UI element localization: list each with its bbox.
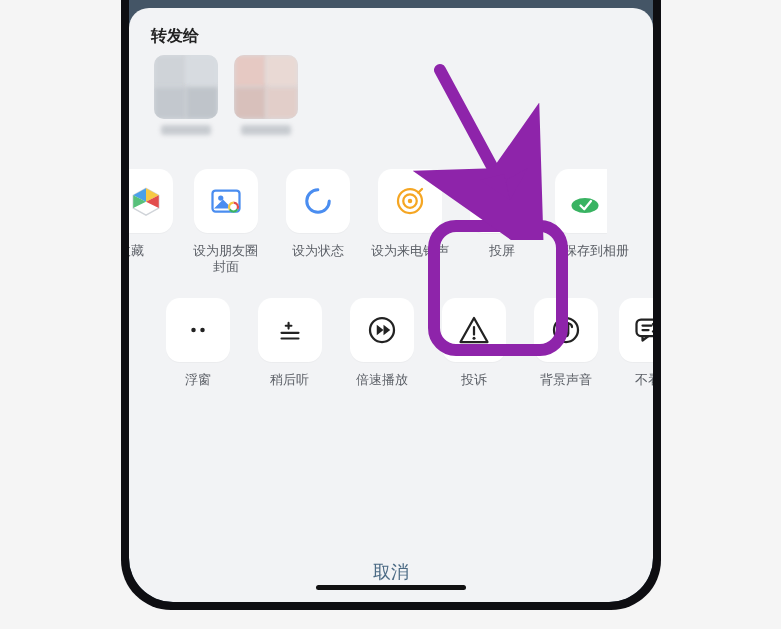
contact-item[interactable] xyxy=(231,55,301,145)
share-sheet: 转发给 xyxy=(129,8,653,602)
action-label: 背景声音 xyxy=(524,372,608,404)
status-ring-icon xyxy=(286,169,350,233)
ringtone-icon xyxy=(378,169,442,233)
svg-marker-23 xyxy=(383,324,390,335)
action-status[interactable]: 设为状态 xyxy=(279,169,357,276)
svg-point-11 xyxy=(407,199,412,204)
contact-name-redacted xyxy=(241,125,291,135)
action-label: 浮窗 xyxy=(156,372,240,404)
svg-point-8 xyxy=(306,190,329,213)
action-hide-danmu[interactable]: 不看弹幕 xyxy=(619,298,653,404)
phone-frame: 转发给 xyxy=(121,0,661,610)
action-ringtone[interactable]: 设为来电铃声 xyxy=(371,169,449,276)
action-label: 不看弹幕 xyxy=(619,372,653,404)
share-title: 转发给 xyxy=(129,26,653,55)
svg-point-14 xyxy=(571,198,598,213)
action-label: 设为来电铃声 xyxy=(368,243,452,275)
action-bg-audio[interactable]: 背景声音 xyxy=(527,298,605,404)
contact-item[interactable] xyxy=(151,55,221,145)
action-moments-cover[interactable]: 设为朋友圈 封面 xyxy=(187,169,265,276)
action-label: 设为状态 xyxy=(276,243,360,275)
action-label: 设为朋友圈 封面 xyxy=(184,243,268,276)
svg-point-15 xyxy=(191,327,196,332)
phone-screen: 转发给 xyxy=(129,0,653,602)
action-label: 收藏 xyxy=(129,243,173,275)
avatar xyxy=(154,55,218,119)
action-pip[interactable]: 浮窗 xyxy=(159,298,237,404)
picture-icon xyxy=(194,169,258,233)
contact-name-redacted xyxy=(161,125,211,135)
action-row-1[interactable]: 收藏 xyxy=(129,163,653,282)
svg-point-6 xyxy=(218,195,223,200)
music-note-icon xyxy=(534,298,598,362)
action-save-album[interactable]: 保存到相册 xyxy=(555,169,613,276)
action-speed[interactable]: 倍速播放 xyxy=(343,298,421,404)
pip-icon xyxy=(166,298,230,362)
fast-forward-icon xyxy=(350,298,414,362)
cancel-button[interactable]: 取消 xyxy=(129,538,653,592)
svg-point-25 xyxy=(472,336,475,339)
avatar xyxy=(234,55,298,119)
action-label: 稍后听 xyxy=(248,372,332,404)
action-listen-later[interactable]: 稍后听 xyxy=(251,298,329,404)
action-row-2[interactable]: 浮窗 稍后听 xyxy=(159,282,653,410)
svg-point-16 xyxy=(200,327,205,332)
action-favorite[interactable]: 收藏 xyxy=(129,169,173,276)
svg-rect-28 xyxy=(636,319,653,336)
svg-point-27 xyxy=(561,331,569,337)
svg-marker-22 xyxy=(376,324,383,335)
contacts-row xyxy=(129,55,653,163)
action-cast[interactable]: 投屏 xyxy=(463,169,541,276)
cast-icon xyxy=(470,169,534,233)
danmu-off-icon xyxy=(619,298,653,362)
cloud-save-icon xyxy=(555,169,607,233)
action-label: 保存到相册 xyxy=(555,243,639,275)
action-label: 倍速播放 xyxy=(340,372,424,404)
action-label: 投诉 xyxy=(432,372,516,404)
action-report[interactable]: 投诉 xyxy=(435,298,513,404)
favorite-icon xyxy=(129,169,173,233)
list-add-icon xyxy=(258,298,322,362)
action-rows: 收藏 xyxy=(129,163,653,538)
svg-point-26 xyxy=(554,318,578,342)
svg-marker-13 xyxy=(495,198,508,208)
action-label: 投屏 xyxy=(460,243,544,275)
home-indicator[interactable] xyxy=(316,585,466,590)
warning-icon xyxy=(442,298,506,362)
